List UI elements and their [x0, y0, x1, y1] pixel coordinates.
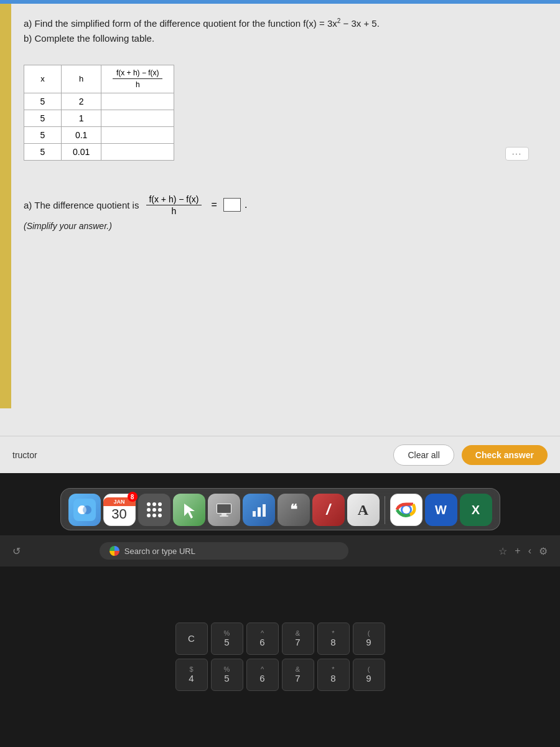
dock: 8 JAN 30 [60, 488, 500, 530]
dock-item-launchpad[interactable] [138, 494, 170, 526]
check-answer-button[interactable]: Check answer [462, 445, 548, 465]
key-9-paren-2[interactable]: ( 9 [353, 659, 385, 691]
clear-all-button[interactable]: Clear all [393, 444, 454, 466]
add-tab-icon[interactable]: + [515, 545, 520, 557]
dock-item-word[interactable]: W [425, 494, 457, 526]
monitor-icon [215, 501, 233, 519]
part-b-label: b) [24, 33, 32, 44]
dock-item-cursor[interactable] [173, 494, 205, 526]
table-row: 5 2 [24, 93, 174, 110]
cell-x: 5 [24, 126, 62, 143]
cell-val[interactable] [101, 93, 174, 110]
dock-item-excel[interactable]: X [460, 494, 492, 526]
svg-rect-18 [258, 507, 261, 517]
back-icon[interactable]: ‹ [528, 545, 531, 557]
settings-icon[interactable]: ⚙ [539, 545, 548, 557]
col-frac-header: f(x + h) − f(x) h [101, 65, 174, 93]
cell-val[interactable] [101, 110, 174, 126]
cell-x: 5 [24, 110, 62, 126]
svg-point-3 [78, 505, 86, 514]
chrome-icon [396, 499, 417, 520]
dock-item-chrome[interactable] [390, 494, 422, 526]
bottom-bar: tructor Clear all Check answer [0, 436, 560, 473]
answer-section: a) The difference quotient is f(x + h) −… [24, 194, 541, 231]
chart-icon [250, 501, 268, 519]
launchpad-icon [145, 500, 164, 519]
table: x h f(x + h) − f(x) h [24, 65, 174, 161]
key-4-dollar[interactable]: $ 4 [175, 659, 208, 691]
key-9-paren[interactable]: ( 9 [353, 622, 385, 655]
browser-icons: ☆ + ‹ ⚙ [498, 545, 548, 557]
ellipsis-area: ··· [505, 147, 529, 161]
simplify-note: (Simplify your answer.) [24, 221, 541, 231]
dock-item-chart[interactable] [243, 494, 275, 526]
svg-point-6 [158, 502, 162, 506]
cursor-icon [180, 501, 198, 519]
cell-val[interactable] [101, 126, 174, 143]
svg-point-4 [147, 502, 151, 506]
svg-rect-15 [222, 514, 226, 515]
key-8-star[interactable]: * 8 [317, 622, 350, 655]
answer-fraction: f(x + h) − f(x) h [146, 194, 201, 216]
ellipsis-button[interactable]: ··· [505, 147, 529, 161]
svg-point-7 [147, 508, 151, 512]
cell-val[interactable] [101, 143, 174, 160]
finder-icon [73, 499, 96, 521]
part-b-text: b) Complete the following table. [24, 31, 541, 46]
dock-item-slash[interactable]: / [312, 494, 345, 526]
key-7-amp-2[interactable]: & 7 [282, 659, 314, 691]
table-row: 5 1 [24, 110, 174, 126]
dock-item-finder[interactable] [68, 494, 101, 526]
cell-h: 0.1 [62, 126, 101, 143]
key-5-percent[interactable]: % 5 [211, 622, 243, 655]
problem-statement: a) Find the simplified form of the diffe… [24, 16, 541, 46]
key-6-caret-2[interactable]: ^ 6 [246, 659, 279, 691]
cell-h: 2 [62, 93, 101, 110]
svg-point-8 [152, 508, 156, 512]
browser-bar: ↺ Search or type URL ☆ + ‹ ⚙ [0, 535, 560, 566]
table-row: 5 0.1 [24, 126, 174, 143]
svg-point-10 [147, 514, 151, 517]
address-text: Search or type URL [124, 547, 195, 556]
main-window: a) Find the simplified form of the diffe… [0, 0, 560, 473]
bookmark-icon[interactable]: ☆ [498, 545, 507, 557]
dock-item-calendar[interactable]: 8 JAN 30 [103, 494, 136, 526]
cell-h: 1 [62, 110, 101, 126]
key-6-caret[interactable]: ^ 6 [246, 622, 279, 655]
key-8-star-2[interactable]: * 8 [317, 659, 350, 691]
keyboard-row-2: $ 4 % 5 ^ 6 & 7 * 8 ( 9 [175, 659, 385, 691]
dock-item-font[interactable]: A [347, 494, 380, 526]
yellow-strip [0, 4, 11, 408]
cell-x: 5 [24, 93, 62, 110]
dock-item-monitor[interactable] [208, 494, 240, 526]
table-row: 5 0.01 [24, 143, 174, 160]
address-bar[interactable]: Search or type URL [100, 542, 348, 560]
cell-x: 5 [24, 143, 62, 160]
dock-item-quotes[interactable]: ❝ [278, 494, 310, 526]
col-h-header: h [62, 65, 101, 93]
instructor-label: tructor [12, 450, 37, 460]
refresh-icon[interactable]: ↺ [12, 545, 21, 557]
answer-prefix: a) The difference quotient is [24, 200, 139, 210]
dock-separator [385, 496, 385, 524]
svg-point-22 [403, 506, 410, 514]
svg-point-12 [158, 514, 162, 517]
answer-line: a) The difference quotient is f(x + h) −… [24, 194, 541, 216]
key-c[interactable]: C [175, 622, 208, 655]
answer-input[interactable] [223, 198, 241, 212]
part-a-text: a) Find the simplified form of the diffe… [24, 16, 541, 31]
dock-area: 8 JAN 30 [0, 473, 560, 535]
svg-rect-17 [253, 511, 256, 517]
problem-area: a) Find the simplified form of the diffe… [11, 4, 560, 436]
col-x-header: x [24, 65, 62, 93]
google-icon [110, 546, 119, 556]
svg-rect-14 [217, 504, 231, 513]
svg-rect-16 [220, 515, 228, 517]
svg-point-11 [152, 514, 156, 517]
key-5-percent-2[interactable]: % 5 [211, 659, 243, 691]
cell-h: 0.01 [62, 143, 101, 160]
key-7-amp[interactable]: & 7 [282, 622, 314, 655]
svg-rect-19 [263, 504, 266, 517]
svg-point-5 [152, 502, 156, 506]
svg-point-9 [158, 508, 162, 512]
